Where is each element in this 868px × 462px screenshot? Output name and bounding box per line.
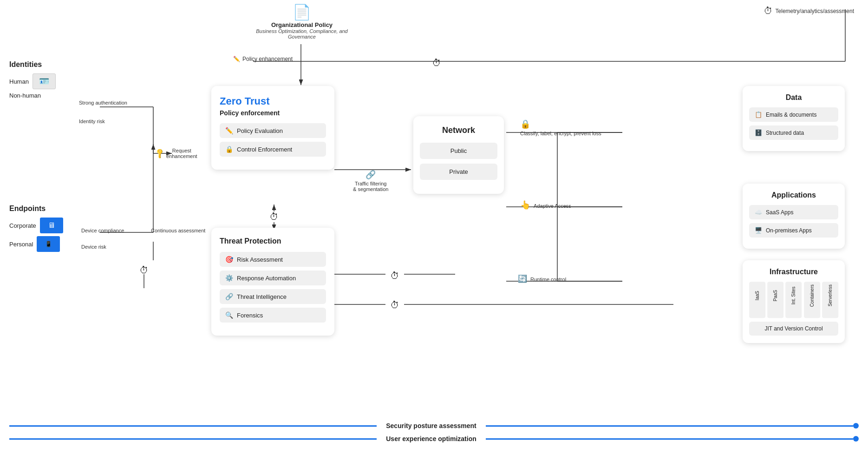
speedometer-threat-right: ⏱ bbox=[390, 271, 399, 281]
diagram-container: ⏱ Telemetry/analytics/assessment 📄 Organ… bbox=[0, 0, 868, 462]
personal-label: Personal bbox=[9, 241, 33, 248]
db-icon: 🗄️ bbox=[755, 129, 762, 136]
forensics-item: 🔍 Forensics bbox=[220, 308, 326, 323]
device-compliance-label: Device compliance bbox=[81, 228, 124, 233]
user-experience-bar: User experience optimization bbox=[0, 435, 868, 442]
on-prem-label: On-premises Apps bbox=[766, 227, 812, 234]
threat-protection-card: Threat Protection 🎯 Risk Assessment ⚙️ R… bbox=[211, 228, 334, 336]
control-enforce-icon: 🔒 bbox=[225, 145, 233, 153]
identity-risk-label: Identity risk bbox=[79, 119, 105, 124]
org-policy-subtitle: Business Optimization, Compliance, and G… bbox=[255, 28, 348, 40]
server-icon: 🖥️ bbox=[755, 227, 762, 234]
speedometer-between-cards: ⏱ bbox=[269, 211, 279, 222]
security-posture-label: Security posture assessment bbox=[386, 422, 476, 429]
telemetry-label: ⏱ Telemetry/analytics/assessment bbox=[764, 6, 854, 16]
identities-title: Identities bbox=[9, 60, 102, 69]
zero-trust-title: Zero Trust bbox=[220, 95, 326, 107]
cloud-icon: ☁️ bbox=[755, 209, 762, 216]
emails-documents-item: 📋 Emails & documents bbox=[749, 107, 838, 122]
forensics-label: Forensics bbox=[237, 312, 263, 319]
bar-line-left-1 bbox=[9, 425, 377, 427]
bar-dot-1 bbox=[853, 423, 859, 429]
non-human-label: Non-human bbox=[9, 92, 41, 99]
infrastructure-card: Infrastructure IaaS PaaS Int. Sites Cont… bbox=[743, 260, 845, 343]
infra-int-sites: Int. Sites bbox=[785, 282, 802, 318]
data-card: Data 📋 Emails & documents 🗄️ Structured … bbox=[743, 86, 845, 151]
infra-containers: Containers bbox=[804, 282, 820, 318]
jit-item: JIT and Version Control bbox=[749, 322, 838, 336]
structured-data-item: 🗄️ Structured data bbox=[749, 125, 838, 140]
continuous-assessment-label: Continuous assessment bbox=[151, 228, 205, 233]
forensics-icon: 🔍 bbox=[225, 311, 233, 319]
classify-label: 🔒 Classify, label, encrypt, prevent loss bbox=[520, 119, 601, 138]
refresh-icon: 🔄 bbox=[518, 275, 527, 283]
speedometer-policy-enhance: ⏱ bbox=[432, 58, 441, 68]
control-enforce-label: Control Enforcement bbox=[237, 146, 292, 153]
control-enforcement-item: 🔒 Control Enforcement bbox=[220, 142, 326, 157]
zero-trust-card: Zero Trust Policy enforcement ✏️ Policy … bbox=[211, 86, 334, 170]
human-row: Human 🪪 bbox=[9, 73, 102, 89]
policy-eval-label: Policy Evaluation bbox=[237, 127, 283, 134]
infra-paas: PaaS bbox=[767, 282, 783, 318]
policy-evaluation-item: ✏️ Policy Evaluation bbox=[220, 123, 326, 138]
threat-intel-label: Threat Intelligence bbox=[237, 293, 287, 300]
threat-intel-icon: 🔗 bbox=[225, 293, 233, 300]
telemetry-icon: ⏱ bbox=[764, 6, 773, 16]
bottom-bars: Security posture assessment User experie… bbox=[0, 422, 868, 448]
structured-label: Structured data bbox=[766, 130, 804, 136]
org-policy-title: Organizational Policy bbox=[255, 21, 348, 28]
id-card-icon: 🪪 bbox=[33, 73, 56, 89]
lock-icon: 🔒 bbox=[520, 119, 530, 129]
infra-serverless: Serverless bbox=[822, 282, 838, 318]
org-policy-box: 📄 Organizational Policy Business Optimiz… bbox=[255, 5, 348, 40]
response-automation-item: ⚙️ Response Automation bbox=[220, 271, 326, 285]
adaptive-access-label: 👆 Adaptive Access bbox=[520, 200, 571, 210]
strong-auth-label: Strong authentication bbox=[79, 100, 127, 106]
saas-label: SaaS Apps bbox=[766, 209, 793, 216]
applications-card-title: Applications bbox=[749, 191, 838, 199]
infra-iaas: IaaS bbox=[749, 282, 765, 318]
infrastructure-card-title: Infrastructure bbox=[749, 268, 838, 276]
personal-device-icon: 📱 bbox=[37, 236, 60, 252]
connector-lines bbox=[0, 0, 868, 462]
corporate-device-icon: 🖥 bbox=[40, 218, 63, 233]
identities-section: Identities Human 🪪 Non-human bbox=[9, 60, 102, 102]
runtime-control-label: 🔄 Runtime control bbox=[518, 274, 566, 283]
zero-trust-subtitle: Policy enforcement bbox=[220, 109, 326, 117]
threat-protection-title: Threat Protection bbox=[220, 237, 326, 245]
request-enhancement-label: 🔑 Requestenhancement bbox=[156, 148, 197, 159]
policy-enhancement-label: ✏️ Policy enhancement bbox=[233, 56, 293, 62]
applications-card: Applications ☁️ SaaS Apps 🖥️ On-premises… bbox=[743, 184, 845, 249]
threat-intelligence-item: 🔗 Threat Intelligence bbox=[220, 289, 326, 304]
bar-line-right-2 bbox=[486, 438, 853, 440]
emails-label: Emails & documents bbox=[766, 112, 816, 118]
doc-icon: 📋 bbox=[755, 111, 762, 118]
traffic-filtering-label: 🔗 Traffic filtering& segmentation bbox=[353, 170, 388, 192]
risk-assess-label: Risk Assessment bbox=[237, 256, 283, 263]
policy-eval-icon: ✏️ bbox=[225, 127, 233, 134]
saas-apps-item: ☁️ SaaS Apps bbox=[749, 205, 838, 219]
bar-line-right-1 bbox=[486, 425, 853, 427]
user-experience-label: User experience optimization bbox=[386, 435, 476, 442]
risk-assess-icon: 🎯 bbox=[225, 256, 233, 263]
speedometer-forensics: ⏱ bbox=[390, 300, 399, 310]
key-icon: 🔑 bbox=[154, 147, 166, 159]
network-card: Network Public Private bbox=[413, 116, 504, 194]
bar-line-left-2 bbox=[9, 438, 377, 440]
on-premises-item: 🖥️ On-premises Apps bbox=[749, 223, 838, 238]
data-card-title: Data bbox=[749, 93, 838, 102]
corporate-label: Corporate bbox=[9, 222, 36, 229]
human-label: Human bbox=[9, 78, 29, 85]
bar-dot-2 bbox=[853, 436, 859, 442]
endpoints-title: Endpoints bbox=[9, 205, 102, 213]
network-public: Public bbox=[420, 143, 497, 159]
speedometer-bottom-left: ⏱ bbox=[139, 265, 149, 276]
security-posture-bar: Security posture assessment bbox=[0, 422, 868, 429]
non-human-row: Non-human bbox=[9, 92, 102, 99]
infra-columns: IaaS PaaS Int. Sites Containers Serverle… bbox=[749, 282, 838, 318]
risk-assessment-item: 🎯 Risk Assessment bbox=[220, 252, 326, 267]
org-policy-icon: 📄 bbox=[255, 5, 348, 20]
response-auto-icon: ⚙️ bbox=[225, 274, 233, 282]
response-auto-label: Response Automation bbox=[237, 275, 296, 282]
device-risk-label: Device risk bbox=[81, 244, 106, 250]
